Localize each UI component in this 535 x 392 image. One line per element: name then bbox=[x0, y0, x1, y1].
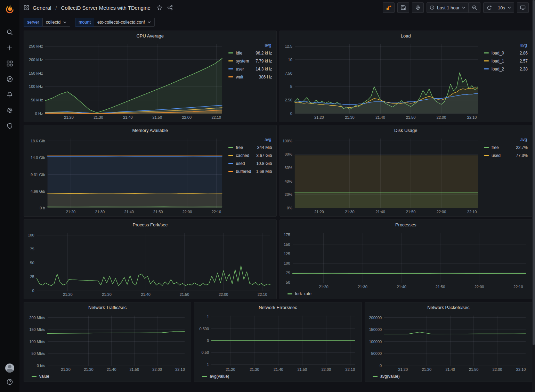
legend-item-free[interactable]: free22.7% bbox=[484, 143, 528, 151]
legend-item-load_1[interactable]: load_12.57 bbox=[484, 57, 528, 65]
legend-item-used[interactable]: used10.8 Gib bbox=[228, 159, 272, 167]
user-avatar[interactable] bbox=[5, 364, 14, 373]
tv-mode-button[interactable] bbox=[517, 2, 529, 13]
legend-item-fork_rate[interactable]: fork_rate bbox=[287, 291, 311, 297]
network-traffic-chart[interactable]: 0 b/s50 Mb/s100 Mb/s150 Mb/s200 Mb/s21:2… bbox=[25, 312, 188, 373]
grafana-logo-icon[interactable] bbox=[5, 3, 15, 14]
svg-text:21:40: 21:40 bbox=[445, 367, 455, 372]
legend-item-load_2[interactable]: load_22.38 bbox=[484, 65, 528, 73]
load-chart[interactable]: 02.5057.501012.521:2021:3021:4021:5022:0… bbox=[281, 41, 481, 120]
legend-item-idle[interactable]: idle96.2 kHz bbox=[228, 49, 272, 57]
panel-title: Disk Usage bbox=[394, 128, 417, 133]
svg-text:2.50: 2.50 bbox=[285, 98, 292, 102]
star-icon[interactable] bbox=[157, 5, 162, 10]
network-packets-chart[interactable]: 05000010000015000020000021:2021:3021:402… bbox=[366, 312, 529, 373]
legend-series-name: avg(value) bbox=[210, 374, 229, 379]
panel-header[interactable]: Processes bbox=[280, 220, 532, 230]
svg-text:21:50: 21:50 bbox=[180, 292, 189, 297]
svg-text:14.0 Gib: 14.0 Gib bbox=[31, 156, 45, 160]
panel-header[interactable]: CPU Average bbox=[24, 31, 276, 41]
panel-header[interactable]: Disk Usage bbox=[280, 125, 532, 135]
dashboards-icon[interactable] bbox=[6, 60, 14, 67]
svg-text:21:50: 21:50 bbox=[406, 210, 415, 214]
panel-header[interactable]: Network Packets/sec bbox=[365, 302, 532, 312]
time-range-picker[interactable]: Last 1 hour bbox=[427, 2, 469, 13]
svg-text:100000: 100000 bbox=[369, 340, 382, 344]
legend-item-wait[interactable]: wait386 Hz bbox=[228, 73, 272, 81]
series-color-dash bbox=[228, 52, 233, 53]
legend-item-user[interactable]: user14.3 kHz bbox=[228, 65, 272, 73]
panel-header[interactable]: Memory Available bbox=[24, 125, 276, 135]
svg-text:-0.50: -0.50 bbox=[200, 350, 209, 355]
panel-processes: Processes 507510012515017521:2021:3021:4… bbox=[279, 219, 533, 299]
legend-series-value: 3.67 Gib bbox=[256, 153, 272, 158]
help-icon[interactable] bbox=[6, 378, 14, 386]
svg-text:21:50: 21:50 bbox=[153, 115, 162, 119]
svg-text:22:00: 22:00 bbox=[182, 115, 192, 119]
cpu-average-chart[interactable]: 0 Hz50 kHz100 kHz150 kHz200 kHz250 kHz21… bbox=[25, 41, 226, 120]
breadcrumb-section[interactable]: General bbox=[33, 5, 51, 11]
svg-text:21:40: 21:40 bbox=[123, 115, 133, 119]
panel-header[interactable]: Network Traffic/sec bbox=[24, 302, 191, 312]
sidebar bbox=[0, 0, 19, 392]
dashboard-variables: server collectd mount etc-collectd-colle… bbox=[19, 15, 535, 29]
svg-text:0 b: 0 b bbox=[40, 206, 45, 210]
variable-value-dropdown[interactable]: etc-collectd-collectd.conf bbox=[94, 18, 155, 27]
server-admin-shield-icon[interactable] bbox=[6, 122, 14, 130]
svg-text:21:50: 21:50 bbox=[406, 115, 415, 119]
search-icon[interactable] bbox=[6, 28, 14, 36]
legend-item-buffered[interactable]: buffered1.68 Mib bbox=[228, 167, 272, 175]
svg-text:7.50: 7.50 bbox=[285, 71, 292, 75]
svg-text:0: 0 bbox=[207, 339, 209, 343]
legend-item-used[interactable]: used77.3% bbox=[484, 151, 528, 159]
panel-header[interactable]: Load bbox=[280, 31, 532, 41]
processes-chart[interactable]: 507510012515017521:2021:3021:4021:5022:0… bbox=[281, 230, 529, 290]
legend-series-name: user bbox=[236, 67, 244, 72]
legend-series-name: free bbox=[492, 145, 499, 150]
svg-text:21:50: 21:50 bbox=[435, 285, 445, 289]
zoom-out-button[interactable] bbox=[469, 2, 480, 13]
legend-item-avg(value)[interactable]: avg(value) bbox=[202, 373, 229, 380]
share-icon[interactable] bbox=[167, 5, 173, 10]
dashboard-settings-button[interactable] bbox=[412, 2, 424, 13]
clock-icon bbox=[430, 5, 435, 10]
panel-header[interactable]: Network Errors/sec bbox=[194, 302, 361, 312]
svg-text:21:30: 21:30 bbox=[422, 367, 431, 372]
legend-series-name: used bbox=[492, 153, 501, 158]
memory-available-chart[interactable]: 0 b4.66 Gib9.31 Gib14.0 Gib18.6 Gib21:20… bbox=[25, 135, 226, 215]
process-fork-chart[interactable]: 025507510021:2021:3021:4021:5022:0022:10 bbox=[25, 230, 274, 298]
legend-item-load_0[interactable]: load_02.86 bbox=[484, 49, 528, 57]
scrollbar-thumb[interactable] bbox=[533, 0, 535, 345]
explore-compass-icon[interactable] bbox=[6, 75, 14, 83]
variable-value-dropdown[interactable]: collectd bbox=[42, 18, 70, 27]
time-range-label: Last 1 hour bbox=[437, 5, 460, 10]
svg-text:12.5: 12.5 bbox=[285, 44, 292, 48]
legend-item-system[interactable]: system7.79 kHz bbox=[228, 57, 272, 65]
refresh-button[interactable] bbox=[483, 2, 495, 13]
legend-item-value[interactable]: value bbox=[32, 373, 49, 380]
legend-item-free[interactable]: free344 Mib bbox=[228, 143, 272, 151]
variable-label: mount bbox=[75, 18, 94, 27]
save-dashboard-button[interactable] bbox=[397, 2, 409, 13]
create-plus-icon[interactable] bbox=[6, 44, 14, 52]
configuration-gear-icon[interactable] bbox=[6, 107, 14, 114]
legend-item-avg(value)[interactable]: avg(value) bbox=[373, 373, 400, 380]
svg-text:22:10: 22:10 bbox=[212, 210, 221, 214]
network-errors-chart[interactable]: -1-0.5000.500121:2021:3021:4021:5022:002… bbox=[196, 312, 358, 373]
page-scrollbar[interactable] bbox=[532, 0, 535, 392]
svg-text:22:00: 22:00 bbox=[436, 210, 446, 214]
legend-item-cached[interactable]: cached3.67 Gib bbox=[228, 151, 272, 159]
panel-title: Process Fork/sec bbox=[133, 222, 168, 227]
apps-grid-icon bbox=[24, 5, 29, 10]
dashboard-title[interactable]: CollectD Server Metrics with TDengine bbox=[61, 5, 151, 11]
refresh-interval-picker[interactable]: 10s bbox=[495, 2, 514, 13]
svg-text:21:40: 21:40 bbox=[274, 367, 283, 372]
add-panel-button[interactable] bbox=[383, 2, 395, 13]
svg-text:100 kHz: 100 kHz bbox=[29, 84, 43, 89]
svg-text:75: 75 bbox=[286, 271, 290, 275]
series-color-dash bbox=[484, 155, 489, 156]
disk-usage-chart[interactable]: 0%20%40%60%80%100%21:2021:3021:4021:5022… bbox=[281, 135, 481, 215]
alerting-bell-icon[interactable] bbox=[6, 91, 14, 99]
svg-text:22:10: 22:10 bbox=[211, 115, 221, 119]
panel-header[interactable]: Process Fork/sec bbox=[24, 220, 276, 230]
